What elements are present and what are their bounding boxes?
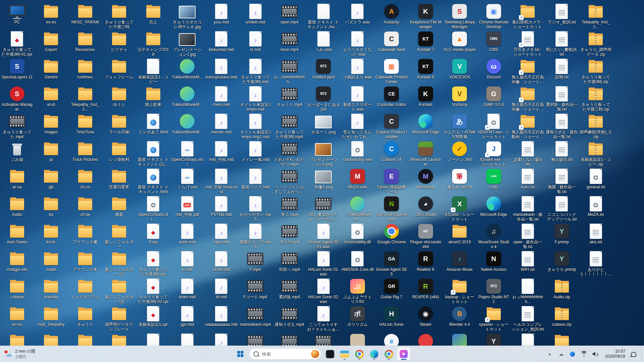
desktop-icon[interactable]: ♪HALion Sonic 01.wav: [307, 251, 341, 278]
desktop-icon[interactable]: 調声練習(失敗)_3.zip: [579, 113, 613, 141]
desktop-icon[interactable]: 001_東北きりたん（ノーマル）_今じゃ...: [307, 196, 341, 223]
desktop-icon[interactable]: ♪kiokumed.mid: [204, 31, 238, 58]
desktop-icon[interactable]: アナウンス冬: [68, 251, 102, 278]
desktop-icon[interactable]: ↗HDDFMT.exe - ショートカット: [477, 113, 511, 141]
desktop-icon[interactable]: es-es: [34, 3, 68, 31]
desktop-icon[interactable]: ♪メドレー風.mid: [238, 141, 273, 168]
desktop-icon[interactable]: _起動しない場合.txt: [511, 141, 545, 168]
notification-button[interactable]: [628, 347, 639, 361]
desktop-icon[interactable]: Gemini: [34, 58, 68, 86]
tray-app-1[interactable]: ☁: [555, 347, 567, 361]
desktop-icon[interactable]: 無人販売.txt: [545, 141, 579, 168]
desktop-icon[interactable]: 新規 テキスト ドキュメント.html: [136, 168, 170, 196]
desktop-icon[interactable]: ♪新規ソング.mid: [238, 168, 273, 196]
desktop-icon[interactable]: ♫MuseScore Studio 4: [477, 223, 511, 251]
desktop-icon[interactable]: あかんたん！AITalk 3 関西風: [443, 113, 477, 141]
search-input[interactable]: [262, 351, 309, 357]
desktop-icon[interactable]: ♪td.mid: [204, 278, 238, 306]
desktop-icon[interactable]: SSteinberg Library Manager: [443, 3, 477, 31]
tray-chevron-button[interactable]: ∧: [544, 347, 555, 361]
desktop-icon[interactable]: ♪わかりやすい.mp3: [238, 196, 273, 223]
desktop-icon[interactable]: ゆうと: [102, 86, 137, 113]
taskbar-app-edge[interactable]: [368, 347, 381, 361]
desktop-icon[interactable]: ♪パズドラ.wav: [340, 3, 375, 31]
desktop-icon[interactable]: Telepathy_Inst_2...: [68, 86, 102, 113]
desktop-icon[interactable]: ♪gpt.mid: [170, 306, 205, 333]
desktop-icon[interactable]: インスタグラム: [68, 278, 102, 306]
desktop-icon[interactable]: YukkuriMovieM...: [170, 58, 205, 86]
desktop-icon[interactable]: ksks.txt: [511, 168, 545, 196]
desktop-icon[interactable]: フォトフレーム: [102, 58, 137, 86]
desktop-icon[interactable]: MMoZA.exe: [340, 168, 375, 196]
desktop-icon[interactable]: ♪b.mid: [170, 251, 205, 278]
desktop-icon[interactable]: MoZA.ini: [579, 196, 613, 223]
desktop-icon[interactable]: おっhhhhhhhhhhh...: [511, 278, 545, 306]
desktop-icon[interactable]: Microsoft Edge: [409, 113, 443, 141]
desktop-icon[interactable]: ♪jusu.mid: [204, 3, 238, 31]
desktop-icon[interactable]: Accessibility.dll: [340, 223, 375, 251]
desktop-icon[interactable]: BBlender 4.4: [443, 306, 477, 333]
desktop-icon[interactable]: Fコード.mp4: [238, 278, 273, 306]
desktop-icon[interactable]: 選択肢.mp4: [272, 278, 307, 306]
desktop-icon[interactable]: 死にたい_鬱歌詞.txt: [545, 31, 579, 58]
desktop-icon[interactable]: ▲VLC media player: [443, 31, 477, 58]
desktop-icon[interactable]: きゅうりボカコレ用サムネ.jpg: [170, 3, 205, 31]
desktop-icon[interactable]: ラジオ_歌詞.txt: [545, 3, 579, 31]
desktop-icon[interactable]: F.mp4: [238, 251, 273, 278]
taskbar-app-terminal[interactable]: [323, 347, 337, 361]
desktop-icon[interactable]: ♪HALion Sonic 02.wav: [307, 278, 341, 306]
desktop-icon[interactable]: HHALion Sonic: [375, 306, 409, 333]
desktop-icon[interactable]: ♪こってゅｈｄすおｆｄｓｂふぁ.wav: [307, 306, 341, 333]
desktop-icon[interactable]: ありがとう！！！！！！.txt: [579, 251, 613, 278]
desktop-icon[interactable]: akis.txt: [579, 223, 613, 251]
desktop-icon[interactable]: きゅうり食ってた.mp4: [0, 113, 34, 141]
network-button[interactable]: [578, 347, 590, 361]
desktop-icon[interactable]: ▣Chrome Remote Desktop: [477, 3, 511, 31]
desktop-icon[interactable]: GAGroove Agent SE 5: [375, 251, 409, 278]
desktop-icon[interactable]: ぷぷよぷよ™テトリス®2: [340, 278, 375, 306]
desktop-icon[interactable]: chatgpt-site: [0, 251, 34, 278]
desktop-icon[interactable]: ♪きゅうり食ってた午後3時.mid: [238, 58, 273, 86]
desktop-icon[interactable]: Google Chrome: [375, 223, 409, 251]
desktop-icon[interactable]: cubase.zip: [545, 306, 579, 333]
desktop-icon[interactable]: 筆筆まめ Ver.28: [443, 168, 477, 196]
volume-button[interactable]: [590, 347, 601, 361]
desktop-icon[interactable]: アナウンス夏: [68, 223, 102, 251]
desktop-icon[interactable]: jijii: [34, 168, 68, 196]
desktop-icon[interactable]: だれだFXいれたやつ.mp4: [272, 141, 307, 168]
desktop-icon[interactable]: J↗JQuake.exe - ショートカット: [477, 141, 511, 168]
desktop-icon[interactable]: ja: [34, 141, 68, 168]
desktop-icon[interactable]: ♪aorin.mid: [170, 223, 205, 251]
desktop-icon[interactable]: malib: [34, 251, 68, 278]
desktop-icon[interactable]: ポポリリズム: [340, 306, 375, 333]
desktop-icon[interactable]: 新しいフォルダー (3): [102, 278, 137, 306]
desktop-icon[interactable]: ♪sirofo.mid: [204, 251, 238, 278]
desktop-icon[interactable]: CEController Editor: [375, 86, 409, 113]
desktop-icon[interactable]: CMSCMS: [477, 31, 511, 58]
desktop-icon[interactable]: プレゼンテーション1.png: [307, 141, 341, 168]
desktop-icon[interactable]: VVoiSona: [443, 86, 477, 113]
desktop-icon[interactable]: Audio.zip: [545, 278, 579, 306]
desktop-icon[interactable]: MMuseHub: [409, 168, 443, 196]
desktop-icon[interactable]: CCubase 14: [375, 141, 409, 168]
desktop-icon[interactable]: createdump.exe: [340, 141, 375, 168]
desktop-icon[interactable]: KKeepforest File Manager: [409, 3, 443, 31]
desktop-icon[interactable]: KTKontakt 8: [409, 58, 443, 86]
desktop-icon[interactable]: ♪よりうるさくなった.wav: [340, 31, 375, 58]
desktop-icon[interactable]: ごみ箱: [0, 141, 34, 168]
desktop-icon[interactable]: きゅうり_調声用データ.zip: [579, 31, 613, 58]
desktop-icon[interactable]: ♪mero.mid: [204, 86, 238, 113]
desktop-icon[interactable]: Export: [34, 31, 68, 58]
desktop-icon[interactable]: VVOICEVOX: [443, 58, 477, 86]
desktop-icon[interactable]: KKontakt: [409, 86, 443, 113]
desktop-icon[interactable]: KTKontakt 7: [409, 31, 443, 58]
desktop-icon[interactable]: Minecraft Launcher: [409, 141, 443, 168]
desktop-icon[interactable]: NT2おーばーまにあ.ppsf: [307, 86, 341, 113]
desktop-icon[interactable]: SSpectraLayers 11: [0, 58, 34, 86]
desktop-icon[interactable]: Microsoft Edge: [477, 196, 511, 223]
desktop-icon[interactable]: PC: [0, 3, 34, 31]
desktop-icon[interactable]: ヘルスコンプレッション_歌詞.txt: [511, 306, 545, 333]
desktop-icon[interactable]: YukkuriMovieM...: [170, 113, 205, 141]
desktop-icon[interactable]: TimeTune: [68, 113, 102, 141]
tray-app-2[interactable]: [567, 347, 578, 361]
